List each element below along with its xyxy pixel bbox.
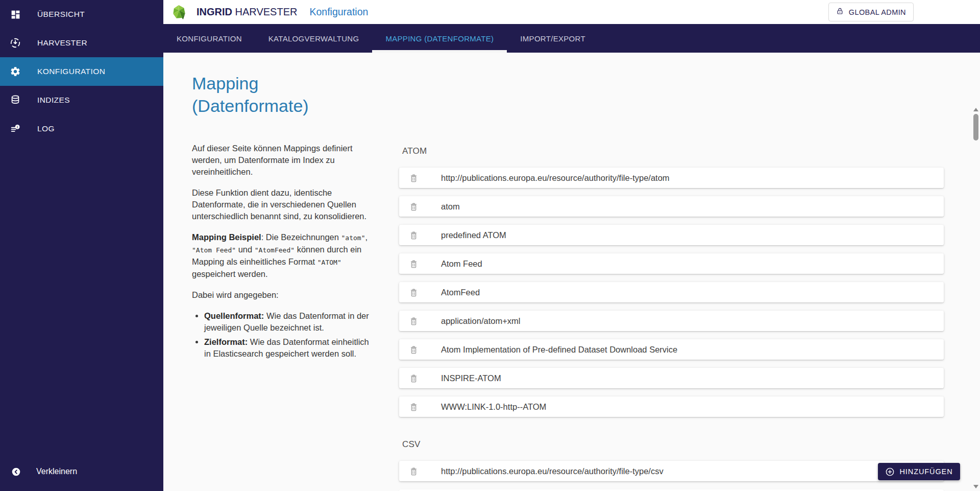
database-icon xyxy=(9,93,22,107)
description-paragraph: Diese Funktion dient dazu, identische Da… xyxy=(192,187,372,222)
delete-mapping-button[interactable] xyxy=(408,315,419,326)
scrollbar[interactable] xyxy=(972,105,980,491)
mapping-section-atom: ATOM http://publications.europa.eu/resou… xyxy=(399,146,944,417)
add-mapping-button[interactable]: HINZUFÜGEN xyxy=(878,463,960,480)
delete-mapping-button[interactable] xyxy=(408,465,419,477)
delete-mapping-button[interactable] xyxy=(408,372,419,384)
mapping-value: atom xyxy=(441,202,460,212)
sidebar-collapse-button[interactable]: Verkleinern xyxy=(0,457,163,486)
description-paragraph: Mapping Beispiel: Die Bezeichnungen "ato… xyxy=(192,231,372,280)
mapping-row[interactable]: http://publications.europa.eu/resource/a… xyxy=(399,461,944,481)
tab-label: IMPORT/EXPORT xyxy=(520,34,585,43)
mapping-row[interactable]: atom xyxy=(399,196,944,217)
mapping-row[interactable]: INSPIRE-ATOM xyxy=(399,368,944,388)
mapping-row[interactable]: predefined ATOM xyxy=(399,225,944,245)
content: Mapping(Datenformate) Auf dieser Seite k… xyxy=(163,53,980,491)
description: Auf dieser Seite können Mappings definie… xyxy=(192,143,372,301)
description-bullets: Quellenformat: Wie das Datenformat in de… xyxy=(192,310,372,360)
sidebar-item-label: KONFIGURATION xyxy=(37,67,105,76)
sidebar-item-label: INDIZES xyxy=(37,96,70,105)
intro-column: Mapping(Datenformate) Auf dieser Seite k… xyxy=(192,72,372,362)
global-admin-label: GLOBAL ADMIN xyxy=(849,8,906,16)
mapping-section-label: CSV xyxy=(402,439,944,450)
ingrid-logo-icon xyxy=(172,4,186,21)
app-title-rest: HARVESTER xyxy=(232,6,297,17)
svg-text:i: i xyxy=(17,125,18,129)
app-header: INGRID HARVESTER Konfiguration GLOBAL AD… xyxy=(163,0,980,24)
mapping-value: application/atom+xml xyxy=(441,316,520,326)
app-title: INGRID HARVESTER xyxy=(197,6,297,18)
description-paragraph: Auf dieser Seite können Mappings definie… xyxy=(192,143,372,178)
sidebar-item-label: ÜBERSICHT xyxy=(37,10,85,19)
sidebar-item-konfiguration[interactable]: KONFIGURATION xyxy=(0,57,163,86)
mapping-value: predefined ATOM xyxy=(441,230,506,240)
tab-import-export[interactable]: IMPORT/EXPORT xyxy=(507,24,599,53)
scrollbar-thumb[interactable] xyxy=(973,114,978,141)
mapping-row[interactable]: WWW:LINK-1.0-http--ATOM xyxy=(399,396,944,417)
mapping-value: WWW:LINK-1.0-http--ATOM xyxy=(441,402,546,412)
mapping-section-rows: http://publications.europa.eu/resource/a… xyxy=(399,461,944,491)
mapping-value: http://publications.europa.eu/resource/a… xyxy=(441,173,670,183)
delete-mapping-button[interactable] xyxy=(408,172,419,183)
delete-mapping-button[interactable] xyxy=(408,258,419,269)
mapping-section-label: ATOM xyxy=(402,146,944,156)
tab-katalogverwaltung[interactable]: KATALOGVERWALTUNG xyxy=(255,24,373,53)
delete-mapping-button[interactable] xyxy=(408,287,419,298)
sidebar-item-label: HARVESTER xyxy=(37,38,87,48)
tab-label: KATALOGVERWALTUNG xyxy=(268,34,359,43)
scrollbar-up-arrow-icon[interactable] xyxy=(973,108,978,111)
mapping-section-rows: http://publications.europa.eu/resource/a… xyxy=(399,168,944,417)
mapping-value: Atom Feed xyxy=(441,259,482,269)
scrollbar-down-arrow-icon[interactable] xyxy=(973,485,978,488)
delete-mapping-button[interactable] xyxy=(408,229,419,241)
sidebar: ÜBERSICHT HARVESTER KONFIGURATION INDIZE… xyxy=(0,0,163,491)
sidebar-item-log[interactable]: i LOG xyxy=(0,114,163,143)
tab-mapping-datenformate[interactable]: MAPPING (DATENFORMATE) xyxy=(372,24,507,53)
sidebar-nav: ÜBERSICHT HARVESTER KONFIGURATION INDIZE… xyxy=(0,0,163,143)
mapping-sections: ATOM http://publications.europa.eu/resou… xyxy=(399,146,944,491)
gear-icon xyxy=(9,65,22,78)
tab-label: MAPPING (DATENFORMATE) xyxy=(385,34,494,43)
mapping-value: INSPIRE-ATOM xyxy=(441,373,501,383)
chevron-left-circle-icon xyxy=(10,465,22,478)
page-title: Mapping(Datenformate) xyxy=(192,72,372,117)
mapping-row[interactable]: application/atom+xml xyxy=(399,311,944,331)
sidebar-item-uebersicht[interactable]: ÜBERSICHT xyxy=(0,0,163,29)
log-icon: i xyxy=(9,122,22,135)
mapping-row[interactable]: Atom Feed xyxy=(399,253,944,274)
sidebar-item-label: LOG xyxy=(37,124,55,133)
header-page-link[interactable]: Konfiguration xyxy=(309,6,368,18)
delete-mapping-button[interactable] xyxy=(408,401,419,412)
mapping-section-csv: CSV http://publications.europa.eu/resour… xyxy=(399,439,944,491)
mapping-value: AtomFeed xyxy=(441,288,480,297)
mapping-row[interactable]: AtomFeed xyxy=(399,282,944,302)
delete-mapping-button[interactable] xyxy=(408,201,419,212)
global-admin-badge[interactable]: GLOBAL ADMIN xyxy=(828,3,914,21)
description-paragraph: Dabei wird angegeben: xyxy=(192,289,372,301)
description-bullet: Zielformat: Wie das Datenformat einheitl… xyxy=(204,336,372,360)
sidebar-item-indizes[interactable]: INDIZES xyxy=(0,86,163,114)
mapping-row[interactable]: http://publications.europa.eu/resource/a… xyxy=(399,168,944,188)
app-title-bold: INGRID xyxy=(197,6,232,17)
sidebar-item-harvester[interactable]: HARVESTER xyxy=(0,29,163,57)
tabbar: KONFIGURATION KATALOGVERWALTUNG MAPPING … xyxy=(163,24,980,53)
lock-icon xyxy=(836,7,844,17)
tab-label: KONFIGURATION xyxy=(177,34,242,43)
mapping-value: Atom Implementation of Pre-defined Datas… xyxy=(441,345,677,355)
delete-mapping-button[interactable] xyxy=(408,344,419,355)
plus-circle-icon xyxy=(885,467,895,477)
downloading-icon xyxy=(9,36,22,50)
sidebar-collapse-label: Verkleinern xyxy=(36,467,77,476)
dashboard-icon xyxy=(9,8,22,21)
description-bullet: Quellenformat: Wie das Datenformat in de… xyxy=(204,310,372,334)
mapping-row[interactable]: Atom Implementation of Pre-defined Datas… xyxy=(399,339,944,360)
mapping-value: http://publications.europa.eu/resource/a… xyxy=(441,466,664,476)
add-mapping-label: HINZUFÜGEN xyxy=(899,467,952,476)
tab-konfiguration[interactable]: KONFIGURATION xyxy=(163,24,255,53)
